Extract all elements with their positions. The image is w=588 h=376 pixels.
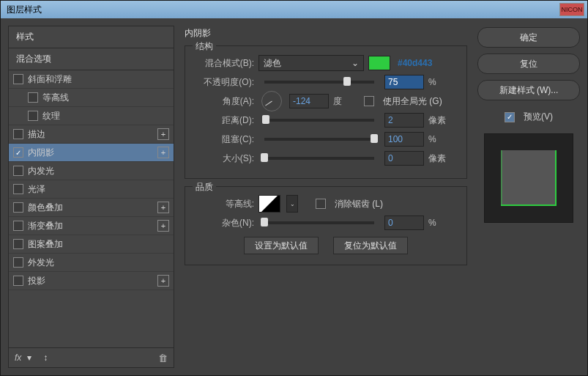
style-item-label: 内阴影 [28,147,54,159]
noise-label: 杂色(N): [196,217,254,229]
blend-options-header[interactable]: 混合选项 [9,48,174,70]
size-unit: 像素 [428,152,455,165]
angle-input[interactable]: -124 [289,94,329,108]
style-item-label: 渐变叠加 [28,220,63,232]
style-checkbox[interactable] [28,111,38,121]
style-checkbox[interactable] [13,276,23,286]
make-default-button[interactable]: 设置为默认值 [244,237,319,254]
reset-default-button[interactable]: 复位为默认值 [333,237,408,254]
new-style-button[interactable]: 新建样式 (W)... [477,80,580,100]
choke-unit: % [428,134,455,144]
preview-label: 预览(V) [524,111,553,123]
style-item-label: 光泽 [28,183,45,196]
style-checkbox[interactable] [13,202,23,213]
contour-label: 等高线: [196,198,254,210]
style-item-label: 外发光 [28,257,54,269]
add-effect-icon[interactable]: + [157,128,169,140]
style-item-label: 投影 [28,275,45,287]
style-item-label: 等高线 [42,92,69,104]
style-item-label: 斜面和浮雕 [28,73,72,86]
style-checkbox[interactable]: ✓ [13,147,23,158]
noise-input[interactable]: 0 [384,215,424,230]
distance-slider[interactable] [264,119,374,122]
style-checkbox[interactable] [13,74,23,84]
opacity-input[interactable]: 75 [384,75,424,89]
global-light-checkbox[interactable] [364,96,374,106]
ok-button[interactable]: 确定 [477,27,580,48]
structure-group: 结构 混合模式(B): 滤色⌄ #40d443 不透明度(O): 75 % 角度… [185,45,467,179]
style-checkbox[interactable] [28,92,38,103]
style-item[interactable]: 投影+ [9,272,174,290]
size-input[interactable]: 0 [384,151,424,166]
arrow-up-icon[interactable]: ↕ [43,353,48,363]
noise-slider[interactable] [264,221,374,224]
window-title: 图层样式 [4,4,559,16]
style-item-label: 描边 [28,128,45,141]
add-effect-icon[interactable]: + [157,202,169,213]
style-checkbox[interactable] [13,129,23,139]
distance-input[interactable]: 2 [384,113,424,128]
blend-mode-label: 混合模式(B): [196,57,254,70]
angle-dial[interactable] [261,91,282,111]
style-item[interactable]: 描边+ [9,125,174,144]
chevron-down-icon: ⌄ [351,58,359,68]
quality-group: 品质 等高线: ⌄ 消除锯齿 (L) 杂色(N): 0 % 设置为默认值 复位为… [185,186,467,265]
preview-box [484,133,573,223]
contour-picker[interactable] [258,195,280,213]
style-item-label: 内发光 [28,165,54,177]
style-item[interactable]: 等高线 [9,89,174,107]
antialias-label: 消除锯齿 (L) [335,198,383,210]
styles-header[interactable]: 样式 [9,26,174,48]
antialias-checkbox[interactable] [316,199,326,209]
fx-menu-icon[interactable]: ▾ [27,353,31,363]
titlebar: 图层样式 NICON [1,1,587,18]
fx-icon[interactable]: fx [15,353,21,363]
styles-panel: 样式 混合选项 斜面和浮雕等高线纹理描边+✓内阴影+内发光光泽颜色叠加+渐变叠加… [8,26,174,368]
style-item[interactable]: 颜色叠加+ [9,199,174,217]
close-button[interactable]: NICON [559,3,584,16]
opacity-unit: % [428,77,455,87]
add-effect-icon[interactable]: + [157,220,169,232]
size-label: 大小(S): [196,152,254,165]
preview-checkbox[interactable]: ✓ [505,112,515,122]
opacity-slider[interactable] [264,81,374,84]
size-slider[interactable] [264,157,374,160]
style-item[interactable]: 图案叠加 [9,235,174,254]
trash-icon[interactable]: 🗑 [158,353,168,364]
style-checkbox[interactable] [13,184,23,194]
style-item[interactable]: ✓内阴影+ [9,144,174,162]
effect-title: 内阴影 [185,27,467,40]
style-item-label: 纹理 [42,110,60,122]
style-item[interactable]: 光泽 [9,180,174,199]
add-effect-icon[interactable]: + [157,147,169,158]
blend-mode-select[interactable]: 滤色⌄ [258,55,364,71]
global-light-label: 使用全局光 (G) [383,95,442,108]
contour-dropdown[interactable]: ⌄ [286,195,298,213]
choke-label: 阻塞(C): [196,133,254,146]
style-checkbox[interactable] [13,257,23,268]
structure-legend: 结构 [193,40,216,53]
style-checkbox[interactable] [13,239,23,249]
distance-label: 距离(D): [196,114,254,127]
color-swatch[interactable] [368,56,390,70]
style-item-label: 颜色叠加 [28,202,63,214]
opacity-label: 不透明度(O): [196,76,254,89]
cancel-button[interactable]: 复位 [477,54,580,74]
distance-unit: 像素 [428,114,455,127]
style-item[interactable]: 纹理 [9,107,174,125]
angle-label: 角度(A): [196,95,254,108]
style-checkbox[interactable] [13,166,23,176]
style-item[interactable]: 斜面和浮雕 [9,70,174,89]
color-hex: #40d443 [398,58,432,68]
quality-legend: 品质 [193,181,216,193]
style-item-label: 图案叠加 [28,238,63,251]
style-item[interactable]: 内发光 [9,162,174,180]
styles-footer: fx▾ ↕ 🗑 [9,347,174,367]
style-item[interactable]: 渐变叠加+ [9,217,174,235]
add-effect-icon[interactable]: + [157,275,169,287]
angle-unit: 度 [333,95,360,108]
style-checkbox[interactable] [13,221,23,231]
choke-input[interactable]: 100 [384,132,424,147]
choke-slider[interactable] [264,138,374,141]
style-item[interactable]: 外发光 [9,254,174,272]
